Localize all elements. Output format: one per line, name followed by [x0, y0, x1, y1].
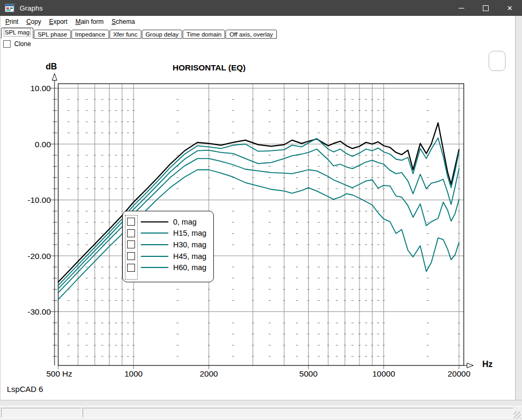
close-icon: ✕ — [507, 5, 513, 12]
legend-label: H30, mag — [173, 240, 206, 249]
close-button[interactable]: ✕ — [498, 0, 522, 16]
menu-item-copy[interactable]: Copy — [23, 16, 46, 27]
legend-label: H60, mag — [173, 263, 206, 272]
menu-item-export[interactable]: Export — [46, 16, 73, 27]
clone-checkbox-row: Clone — [3, 40, 31, 48]
status-bar — [0, 406, 522, 420]
tab-impedance[interactable]: Impedance — [71, 30, 109, 39]
y-tick-label: -10.00 — [28, 195, 51, 204]
y-tick-label: 0.00 — [35, 140, 51, 149]
menu-bar: PrintCopyExportMain formSchema — [1, 16, 515, 28]
tab-label: Off axis, overlay — [229, 31, 273, 38]
clone-checkbox[interactable] — [3, 40, 11, 48]
legend-line-sample — [141, 221, 168, 222]
legend-line-sample — [141, 244, 168, 245]
legend-checkbox-frame — [125, 215, 138, 280]
maximize-icon — [483, 5, 489, 11]
x-tick-label: 1000 — [124, 369, 143, 378]
y-tick-label: -20.00 — [28, 252, 51, 261]
status-panel-1 — [1, 408, 82, 418]
x-tick-label: 2000 — [200, 369, 218, 378]
maximize-button[interactable] — [473, 0, 498, 16]
plot-frame — [58, 84, 464, 365]
y-minor-ticks — [53, 100, 57, 356]
y-axis-arrow-icon — [52, 74, 57, 81]
window-title: Graphs — [20, 4, 43, 12]
legend-label: 0, mag — [173, 218, 196, 226]
minimize-icon — [458, 8, 464, 8]
status-panel-2 — [83, 408, 514, 418]
tab-label: SPL phase — [38, 31, 67, 38]
x-tick-label: 5000 — [299, 369, 318, 378]
x-tick-label: 10000 — [372, 369, 395, 378]
tab-spl-mag[interactable]: SPL mag — [1, 28, 33, 39]
app-window: Graphs ✕ PrintCopyExportMain formSchema … — [0, 0, 522, 420]
tab-strip: SPL magSPL phaseImpedanceXfer funcGroup … — [1, 28, 515, 39]
x-axis-arrow-icon — [467, 363, 473, 368]
curve-0-mag — [58, 123, 459, 282]
spl-magnitude-plot: 10.000.00-10.00-20.00-30.00500 Hz1000200… — [0, 50, 522, 401]
minimize-button[interactable] — [449, 0, 473, 16]
y-tick-label: 10.00 — [30, 84, 51, 93]
app-icon — [5, 4, 14, 12]
clone-label: Clone — [14, 40, 31, 48]
menu-item-main-form[interactable]: Main form — [72, 16, 108, 27]
x-tick-label: 20000 — [447, 369, 470, 378]
y-tick-label: -30.00 — [28, 307, 51, 316]
tab-time-domain[interactable]: Time domain — [183, 30, 225, 39]
title-bar: Graphs ✕ — [0, 0, 522, 16]
legend-label: H15, mag — [173, 229, 206, 237]
legend-line-sample — [141, 233, 168, 234]
tab-group-delay[interactable]: Group delay — [142, 30, 183, 39]
curve-h15-mag — [58, 138, 459, 285]
tab-xfer-func[interactable]: Xfer func — [110, 30, 141, 39]
window-right-gutter — [515, 16, 522, 400]
tab-label: Impedance — [75, 31, 105, 38]
legend-label: H45, mag — [173, 252, 206, 261]
menu-item-print[interactable]: Print — [2, 16, 23, 27]
resize-grip-icon[interactable] — [514, 412, 521, 419]
window-controls: ✕ — [449, 0, 522, 16]
tab-label: Time domain — [186, 31, 221, 38]
tab-label: SPL mag — [5, 29, 30, 35]
legend-line-sample — [141, 267, 168, 268]
tab-label: Xfer func — [113, 31, 138, 38]
menu-item-schema[interactable]: Schema — [109, 16, 140, 27]
bottom-strip — [0, 400, 522, 406]
legend-line-sample — [141, 256, 168, 257]
window-left-edge — [0, 16, 1, 420]
tab-spl-phase[interactable]: SPL phase — [34, 30, 71, 39]
curve-h60-mag — [58, 170, 459, 300]
plot-legend: 0, magH15, magH30, magH45, magH60, mag — [122, 211, 214, 282]
tab-label: Group delay — [146, 31, 179, 38]
tab-off-axis-overlay[interactable]: Off axis, overlay — [226, 30, 276, 39]
x-tick-label: 500 Hz — [46, 369, 72, 378]
